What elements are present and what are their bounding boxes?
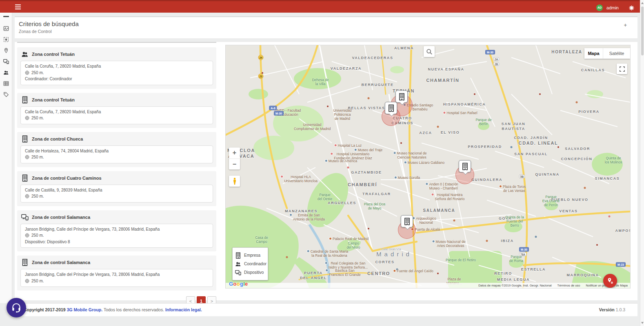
search-criteria-panel: Criterios de búsqueda Zonas de Control + <box>15 16 637 39</box>
zone-radius: 250 m. <box>31 232 44 239</box>
users-icon <box>21 51 29 58</box>
zone-card[interactable]: Zona de control SalamancaJanson Bridging… <box>17 256 216 291</box>
sidebar-item-map[interactable] <box>0 23 12 34</box>
map-markers <box>226 45 631 289</box>
building-icon <box>21 96 29 104</box>
map-search-button[interactable] <box>424 46 435 57</box>
map-marker-empresa[interactable] <box>459 160 471 172</box>
footer-copyright-prefix: Copyright 2017-2019 <box>24 307 67 312</box>
sidebar-logo <box>3 16 9 17</box>
tag-icon <box>3 92 9 97</box>
zone-card[interactable]: Zona control TetuánCalle la Coruña, 7, 2… <box>17 47 216 89</box>
content-panel: Zona control TetuánCalle la Coruña, 7, 2… <box>15 42 637 300</box>
version-label: Versión <box>599 307 615 312</box>
radius-icon <box>25 194 29 198</box>
page: AD admin Criterios de búsqueda Zonas de … <box>0 0 644 326</box>
expand-criteria-button[interactable]: + <box>624 22 627 28</box>
legend-item-coordinador: Coordinador <box>235 260 265 268</box>
zone-radius: 250 m. <box>31 115 44 121</box>
sidebar-item-reports[interactable] <box>0 78 12 89</box>
map-canvas[interactable]: ALMENAVALDEACEDERASVALDEZARZANUEVA ESPAÑ… <box>225 45 631 289</box>
map-type-map-button[interactable]: Mapa <box>584 48 603 59</box>
grid-icon <box>3 81 9 86</box>
legend-item-empresa: Empresa <box>235 251 265 260</box>
map-type-satellite-button[interactable]: Satélite <box>603 48 630 59</box>
fullscreen-button[interactable] <box>617 64 627 74</box>
footer-version: Versión 1.0.3 <box>599 307 625 312</box>
zone-card[interactable]: Zona control TetuánCalle la Coruña, 7, 2… <box>17 93 216 128</box>
zone-details: Calle la Coruña, 7, 28020 Madrid, España… <box>20 61 213 85</box>
zone-title: Zona de control Chueca <box>32 137 83 141</box>
zone-radius: 250 m. <box>31 193 44 200</box>
headset-icon <box>11 302 22 313</box>
zone-title: Zona control Tetuán <box>32 52 75 57</box>
attribution-copyright: Datos de mapas ©2019 Google, Inst. Geogr… <box>478 284 551 287</box>
legend-label: Coordinador <box>244 262 266 266</box>
scroll-up-icon[interactable] <box>641 2 644 4</box>
zone-radius: 250 m. <box>31 278 44 284</box>
terms-of-use-link[interactable]: Términos de uso <box>557 284 580 287</box>
zone-radius: 250 m. <box>31 154 44 161</box>
sidebar-item-users[interactable] <box>0 67 12 78</box>
zone-card[interactable]: Zona de control ChuecaCalle de Hortaleza… <box>17 132 216 167</box>
settings-asterisk-icon[interactable] <box>629 5 634 10</box>
scroll-down-icon[interactable] <box>641 322 644 324</box>
zoom-in-button[interactable]: + <box>229 148 240 159</box>
page-title: Criterios de búsqueda <box>19 20 79 27</box>
zone-details: Calle la Coruña, 7, 28020 Madrid, España… <box>20 106 213 124</box>
page-scrollbar[interactable] <box>640 0 644 326</box>
zone-address: Janson Bridging, Calle del Príncipe de V… <box>25 226 209 233</box>
map-legend: EmpresaCoordinadorDispositivo <box>232 247 268 280</box>
pegman-icon <box>232 177 237 185</box>
support-chat-fab[interactable] <box>7 298 26 317</box>
footer-copyright: Copyright 2017-2019 3G Mobile Group. Tod… <box>24 307 202 312</box>
map-action-fab[interactable] <box>603 274 617 288</box>
pegman-control[interactable] <box>229 176 240 187</box>
devices-icon <box>235 269 241 276</box>
legal-info-link[interactable]: Información legal. <box>165 307 202 312</box>
map-type-control: Mapa Satélite <box>584 48 630 59</box>
hamburger-menu-icon[interactable] <box>15 4 21 10</box>
zone-icon <box>3 37 9 42</box>
map-marker-empresa[interactable] <box>385 102 397 114</box>
scroll-thumb[interactable] <box>641 7 644 55</box>
user-menu[interactable]: admin <box>606 5 619 10</box>
search-icon <box>426 48 433 55</box>
map-marker-empresa[interactable] <box>395 90 408 103</box>
pin-icon <box>3 48 9 53</box>
building-icon <box>235 252 241 259</box>
sidebar-nav <box>0 23 12 100</box>
zoom-out-button[interactable]: − <box>229 159 240 170</box>
topbar: AD admin <box>0 0 640 13</box>
company-link[interactable]: 3G Mobile Group. <box>67 307 103 312</box>
avatar[interactable]: AD <box>596 4 603 11</box>
map-icon <box>3 26 9 31</box>
zone-address: Calle la Coruña, 7, 28020 Madrid, España <box>25 109 209 115</box>
zone-details: Janson Bridging, Calle del Príncipe de V… <box>20 224 213 248</box>
zone-card[interactable]: Zona de control SalamancaJanson Bridging… <box>17 210 216 252</box>
map-marker-empresa[interactable] <box>401 215 413 227</box>
zone-radius: 250 m. <box>31 70 44 76</box>
legend-item-dispositivo: Dispositivo <box>235 268 265 277</box>
map-attribution: Datos de mapas ©2019 Google, Inst. Geogr… <box>226 283 630 288</box>
users-icon <box>235 261 241 267</box>
map-pin-icon <box>606 277 614 285</box>
sidebar-item-zones[interactable] <box>0 34 12 45</box>
zone-details: Janson Bridging, Calle del Príncipe de V… <box>20 269 213 287</box>
devices-icon <box>3 59 9 64</box>
radius-icon <box>25 279 29 283</box>
users-icon <box>3 70 9 75</box>
zone-details: Calle de Castilla, 9, 28039 Madrid, Espa… <box>20 185 213 203</box>
sidebar <box>0 13 12 303</box>
sidebar-item-devices[interactable] <box>0 56 12 67</box>
sidebar-item-tags[interactable] <box>0 89 12 100</box>
zone-title: Zona control Tetuán <box>32 97 75 102</box>
zone-extra: Dispositivo: Dispositivo 8 <box>25 239 209 245</box>
legend-label: Empresa <box>244 253 260 258</box>
zone-address: Calle de Hortaleza, 74, 28004 Madrid, Es… <box>25 148 209 154</box>
radius-icon <box>25 116 29 120</box>
zone-extra: Coordinador: Coordinador <box>25 76 209 82</box>
sidebar-item-locations[interactable] <box>0 45 12 56</box>
legend-label: Dispositivo <box>244 270 264 275</box>
zone-card[interactable]: Zona de control Cuatro CaminosCalle de C… <box>17 171 216 206</box>
